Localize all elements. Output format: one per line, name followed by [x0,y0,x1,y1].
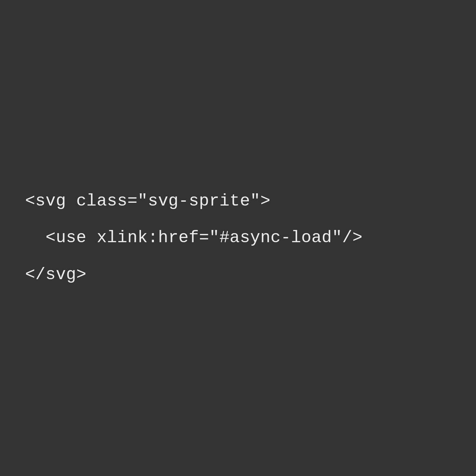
code-line-1: <svg class="svg-sprite"> [25,192,270,210]
code-block: <svg class="svg-sprite"> <use xlink:href… [0,183,363,293]
code-line-3: </svg> [25,265,87,284]
code-line-2: <use xlink:href="#async-load"/> [25,228,363,247]
code-snippet-container: <svg class="svg-sprite"> <use xlink:href… [0,0,476,476]
